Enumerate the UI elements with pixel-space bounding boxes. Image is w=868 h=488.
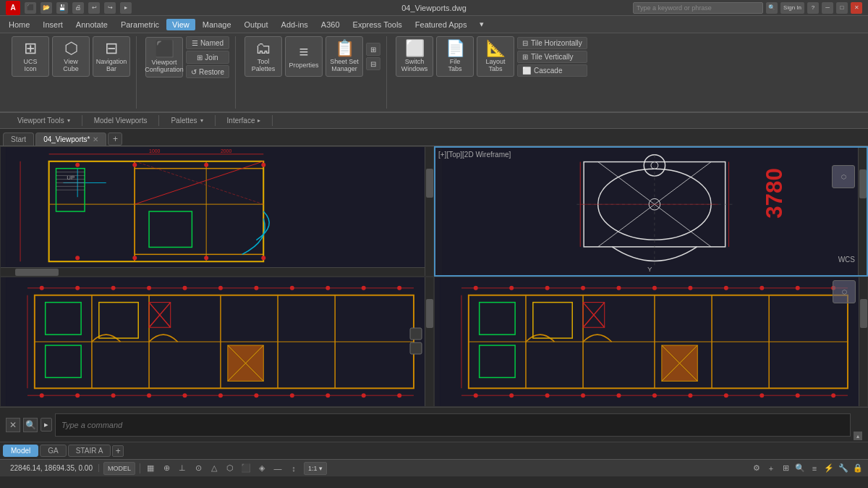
status-lw-icon[interactable]: — <box>272 463 284 474</box>
scrollbar-v-top-right[interactable] <box>858 148 867 275</box>
viewport-bottom-left[interactable] <box>0 277 434 407</box>
pan-icon-bottom-left[interactable] <box>409 327 423 357</box>
join-button[interactable]: ⊞ Join <box>186 51 229 64</box>
doc-tab-start-label: Start <box>11 135 26 143</box>
restore-button[interactable]: □ <box>836 2 848 14</box>
menu-parametric[interactable]: Parametric <box>115 19 165 30</box>
viewport-config-button[interactable]: ⬛ ViewportConfiguration <box>145 37 183 77</box>
layout-tab-ga[interactable]: GA <box>40 445 66 457</box>
nav-bar-icon: ⊟ <box>105 41 118 56</box>
status-snap-icon[interactable]: ⊕ <box>161 463 172 474</box>
status-coords: 22846.14, 18694.35, 0.00 <box>4 464 99 472</box>
status-gear-icon[interactable]: ⚙ <box>751 463 762 474</box>
view-cube-button[interactable]: ⬡ ViewCube <box>52 36 90 77</box>
menu-bar: Home Insert Annotate Parametric View Man… <box>0 16 868 33</box>
open-button[interactable]: 📂 <box>41 2 52 14</box>
status-grid2-icon[interactable]: ⊞ <box>780 463 791 474</box>
status-osnap-icon[interactable]: △ <box>208 463 220 474</box>
nav-cube-bottom-right[interactable]: ⬡ <box>833 280 856 303</box>
group-label-model-viewports[interactable]: Model Viewports <box>82 115 160 126</box>
cascade-button[interactable]: ⬜ Cascade <box>517 64 587 77</box>
doc-tab-close-icon[interactable]: ✕ <box>93 135 98 143</box>
layout-tabs-button[interactable]: 📐 LayoutTabs <box>477 36 514 77</box>
redo-button[interactable]: ↪ <box>104 2 116 14</box>
menu-a360[interactable]: A360 <box>315 19 346 30</box>
menu-express-tools[interactable]: Express Tools <box>347 19 408 30</box>
search-bar[interactable]: Type a keyword or phrase <box>633 2 763 14</box>
named-button[interactable]: ☰ Named <box>186 36 229 49</box>
tool-palettes-button[interactable]: 🗂 ToolPalettes <box>244 36 282 77</box>
viewport-bottom-left-drawing <box>1 277 433 406</box>
status-lock-icon[interactable]: 🔒 <box>852 463 864 474</box>
viewport-label-top-right: [+][Top][2D Wireframe] <box>438 151 511 159</box>
status-grid-icon[interactable]: ▦ <box>145 463 156 474</box>
menu-annotate[interactable]: Annotate <box>70 19 114 30</box>
undo-button[interactable]: ↩ <box>88 2 100 14</box>
menu-insert[interactable]: Insert <box>37 19 69 30</box>
command-input[interactable] <box>55 413 851 437</box>
sign-in-button[interactable]: Sign In <box>780 2 804 14</box>
ribbon-content: ⊞ UCSIcon ⬡ ViewCube ⊟ NavigationBar ⬛ V… <box>0 33 868 112</box>
status-scale-button[interactable]: 1:1 ▾ <box>304 462 327 475</box>
group-label-interface[interactable]: Interface ▸ <box>216 115 273 126</box>
scrollbar-h-top-left[interactable] <box>1 267 425 276</box>
status-tp-icon[interactable]: ↕ <box>288 463 299 474</box>
sheet-set-manager-button[interactable]: 📋 Sheet SetManager <box>326 36 363 77</box>
switch-windows-button[interactable]: ⬜ SwitchWindows <box>396 36 433 77</box>
file-tabs-button[interactable]: 📄 FileTabs <box>436 36 474 77</box>
status-otrack-icon[interactable]: ⬡ <box>224 463 236 474</box>
status-ducs-icon[interactable]: ⬛ <box>240 463 252 474</box>
status-ortho-icon[interactable]: ⊥ <box>176 463 188 474</box>
menu-addins[interactable]: Add-ins <box>276 19 314 30</box>
menu-home[interactable]: Home <box>3 19 35 30</box>
menu-view[interactable]: View <box>166 19 195 30</box>
ucs-icon-button[interactable]: ⊞ UCSIcon <box>12 36 49 77</box>
status-model-button[interactable]: MODEL <box>103 462 135 475</box>
print-button[interactable]: 🖨 <box>72 2 84 14</box>
help-button[interactable]: ? <box>807 2 819 14</box>
doc-tab-start[interactable]: Start <box>3 132 34 146</box>
layout-tab-add-button[interactable]: + <box>112 445 124 457</box>
status-layers-icon[interactable]: ≡ <box>809 463 820 474</box>
close-button[interactable]: ✕ <box>851 2 862 14</box>
minimize-button[interactable]: ─ <box>822 2 833 14</box>
menu-manage[interactable]: Manage <box>197 19 237 30</box>
new-button[interactable]: ⬛ <box>25 2 36 14</box>
cmd-expand-button[interactable]: ▴ <box>854 432 862 440</box>
more-button[interactable]: ▸ <box>120 2 132 14</box>
navigation-bar-button[interactable]: ⊟ NavigationBar <box>93 36 130 77</box>
palette-extra-1[interactable]: ⊞ <box>366 43 380 56</box>
group-label-viewport-tools[interactable]: Viewport Tools ▾ <box>6 115 82 126</box>
viewport-top-right[interactable]: [+][Top][2D Wireframe] <box>434 146 868 277</box>
tile-vertically-button[interactable]: ⊞ Tile Vertically <box>517 51 587 63</box>
status-workspace-icon[interactable]: 🔧 <box>838 463 849 474</box>
doc-tab-viewports[interactable]: 04_Viewports* ✕ <box>35 132 106 146</box>
palette-extra-2[interactable]: ⊟ <box>366 57 380 70</box>
menu-featured-apps[interactable]: Featured Apps <box>409 19 473 30</box>
scrollbar-v-bottom-left[interactable] <box>425 277 433 406</box>
status-polar-icon[interactable]: ⊙ <box>192 463 204 474</box>
doc-tab-add-button[interactable]: + <box>108 132 122 146</box>
layout-tab-model[interactable]: Model <box>3 445 38 457</box>
status-plus-icon[interactable]: + <box>765 463 777 474</box>
scrollbar-v-top-left[interactable] <box>425 147 433 276</box>
status-dyn-icon[interactable]: ◈ <box>256 463 268 474</box>
layout-tab-stair-a[interactable]: STAIR A <box>68 445 111 457</box>
status-anno-icon[interactable]: ⚡ <box>823 463 835 474</box>
group-label-palettes[interactable]: Palettes ▾ <box>159 115 215 126</box>
nav-cube-top-right[interactable]: ⬡ <box>832 165 855 188</box>
properties-button[interactable]: ≡ Properties <box>285 36 323 77</box>
menu-expand[interactable]: ▾ <box>474 18 490 30</box>
search-icon[interactable]: 🔍 <box>766 2 778 14</box>
chevron-down-icon: ▾ <box>67 117 70 124</box>
save-button[interactable]: 💾 <box>56 2 68 14</box>
restore-button[interactable]: ↺ Restore <box>186 65 229 78</box>
cmd-close-button[interactable]: ✕ <box>6 418 20 432</box>
scrollbar-v-bottom-right[interactable] <box>859 277 867 406</box>
viewport-bottom-right[interactable]: ⬡ <box>434 277 868 407</box>
status-zoom-icon[interactable]: 🔍 <box>794 463 806 474</box>
tile-horizontally-button[interactable]: ⊟ Tile Horizontally <box>517 37 587 49</box>
viewport-top-left[interactable]: UP 1000 2000 <box>0 146 434 277</box>
cmd-search-button[interactable]: 🔍 <box>23 418 38 432</box>
menu-output[interactable]: Output <box>239 19 274 30</box>
